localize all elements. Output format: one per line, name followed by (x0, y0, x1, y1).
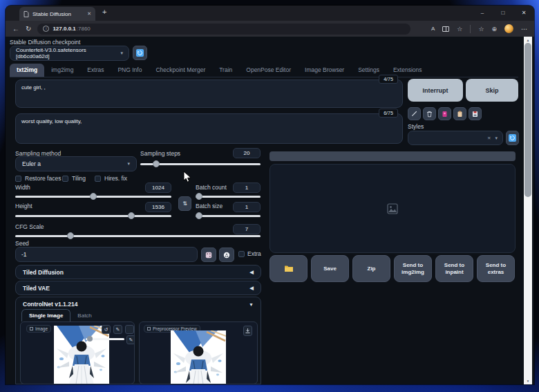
interrupt-button[interactable]: Interrupt (408, 79, 463, 102)
collections-icon[interactable]: ⊕ (491, 26, 497, 32)
checkpoint-refresh-button[interactable] (133, 46, 147, 60)
negative-prompt-textarea[interactable]: worst quality, low quality, (15, 113, 403, 144)
brush-icon: ✎ (129, 337, 133, 343)
restore-faces-checkbox[interactable] (15, 176, 21, 182)
controlnet-image-panel[interactable]: Image (20, 321, 135, 384)
swap-dimensions-button[interactable]: ⇅ (178, 196, 191, 211)
tab-img2img[interactable]: img2img (44, 64, 80, 77)
refresh-icon[interactable]: ↻ (26, 26, 31, 32)
brush-size-slider[interactable] (86, 338, 124, 340)
cfg-scale-slider[interactable] (15, 235, 261, 237)
collapsed-arrow-icon: ◀ (250, 270, 254, 275)
url-host: 127.0.0.1 (53, 26, 75, 32)
brush-color-button[interactable]: ✎ (126, 335, 135, 344)
scrollbar-thumb[interactable] (524, 43, 531, 197)
styles-dropdown[interactable]: ✕ ▾ (408, 131, 503, 145)
undo-sketch-button[interactable]: ↺ (102, 325, 111, 334)
slider-handle[interactable] (67, 232, 74, 239)
width-input[interactable]: 1024 (145, 183, 171, 193)
slider-handle[interactable] (90, 193, 97, 200)
download-preview-button[interactable] (243, 326, 252, 336)
paste-params-button[interactable] (408, 107, 421, 120)
apply-style-button[interactable] (453, 107, 466, 120)
send-to-img2img-button[interactable]: Send to img2img (394, 255, 432, 282)
batch-size-input[interactable]: 1 (233, 202, 261, 212)
browser-tab[interactable]: Stable Diffusion ✕ (19, 7, 95, 21)
skip-button[interactable]: Skip (466, 79, 518, 102)
cfg-scale-input[interactable]: 7 (233, 224, 261, 234)
back-icon[interactable]: ← (12, 26, 19, 32)
send-to-extras-button[interactable]: Send to extras (477, 255, 515, 282)
reuse-seed-button[interactable] (219, 248, 234, 262)
tab-image-browser[interactable]: Image Browser (298, 64, 351, 77)
prompt-textarea[interactable]: cute girl, , (15, 80, 403, 108)
output-gallery[interactable] (270, 164, 516, 253)
controlnet-input-image[interactable] (54, 326, 109, 384)
page-scrollbar[interactable]: ▲ ▼ (524, 37, 532, 384)
zip-button[interactable]: Zip (352, 255, 390, 282)
scroll-up-icon[interactable]: ▲ (524, 38, 532, 42)
slider-handle[interactable] (87, 336, 93, 342)
tab-checkpoint-merger[interactable]: Checkpoint Merger (149, 64, 212, 77)
extra-seed-checkbox[interactable] (238, 251, 245, 257)
height-input[interactable]: 1536 (145, 202, 171, 212)
seed-input[interactable]: -1 (15, 247, 198, 262)
split-screen-icon[interactable] (442, 26, 449, 32)
sampling-method-dropdown[interactable]: Euler a ▾ (15, 156, 137, 171)
slider-handle[interactable] (196, 212, 202, 219)
new-tab-button[interactable]: + (102, 8, 106, 16)
save-button[interactable]: Save (311, 255, 349, 282)
controlnet-panel: ControlNet v1.1.214 ▼ Single Image Batch… (15, 297, 261, 384)
favorites-icon[interactable]: ☆ (457, 26, 462, 32)
add-favorite-icon[interactable]: ☆ (478, 26, 484, 32)
tab-close-icon[interactable]: ✕ (87, 11, 91, 17)
site-info-icon[interactable]: i (43, 26, 49, 32)
controlnet-accordion[interactable]: ControlNet v1.1.214 ▼ (16, 297, 261, 310)
tab-txt2img[interactable]: txt2img (10, 64, 44, 77)
clear-prompt-button[interactable] (423, 107, 436, 120)
height-slider[interactable] (15, 215, 171, 217)
checkpoint-dropdown[interactable]: Counterfeit-V3.0.safetensors [db6cd0a62d… (10, 46, 129, 61)
random-seed-button[interactable] (201, 248, 216, 262)
tiling-checkbox[interactable] (62, 176, 68, 182)
clear-styles-icon[interactable]: ✕ (487, 136, 491, 141)
prompt-text: cute girl, , (21, 84, 46, 91)
read-aloud-icon[interactable]: A (431, 26, 435, 32)
styles-refresh-button[interactable] (506, 131, 519, 145)
tiled-diffusion-accordion[interactable]: Tiled Diffusion ◀ (15, 265, 261, 279)
slider-handle[interactable] (196, 193, 202, 200)
tab-single-image[interactable]: Single Image (21, 309, 70, 321)
save-style-button[interactable] (469, 107, 482, 120)
tab-train[interactable]: Train (212, 64, 239, 77)
main-tabs: txt2img img2img Extras PNG Info Checkpoi… (10, 64, 518, 77)
more-menu-icon[interactable]: ⋯ (521, 26, 527, 32)
edit-sketch-button[interactable]: ✎ (113, 325, 122, 334)
batch-count-slider[interactable] (196, 196, 261, 198)
maximize-button[interactable]: □ (493, 6, 513, 21)
minimize-button[interactable]: – (472, 6, 493, 21)
swap-icon: ⇅ (182, 200, 187, 207)
tiled-vae-accordion[interactable]: Tiled VAE ◀ (15, 281, 261, 295)
tab-openpose-editor[interactable]: OpenPose Editor (239, 64, 298, 77)
tab-batch[interactable]: Batch (70, 310, 98, 321)
slider-handle[interactable] (153, 160, 160, 167)
scroll-down-icon[interactable]: ▼ (524, 379, 532, 383)
send-to-inpaint-button[interactable]: Send to inpaint (435, 255, 473, 282)
open-folder-button[interactable] (270, 255, 308, 282)
hires-fix-checkbox[interactable] (95, 176, 101, 182)
tab-png-info[interactable]: PNG Info (111, 64, 149, 77)
profile-avatar[interactable] (504, 24, 513, 33)
slider-handle[interactable] (128, 212, 135, 219)
batch-size-slider[interactable] (196, 215, 261, 217)
sampling-steps-input[interactable]: 20 (233, 148, 261, 158)
address-bar[interactable]: i 127.0.0.1:7860 (37, 24, 410, 35)
close-button[interactable]: ✕ (513, 6, 534, 21)
batch-count-input[interactable]: 1 (233, 183, 261, 193)
extra-networks-button[interactable] (438, 107, 451, 120)
sampling-steps-slider[interactable] (140, 163, 261, 165)
remove-image-button[interactable] (125, 325, 134, 334)
controlnet-tabs: Single Image Batch (21, 309, 99, 321)
progress-strip (270, 151, 516, 161)
tab-extras[interactable]: Extras (80, 64, 111, 77)
width-slider[interactable] (15, 196, 171, 198)
